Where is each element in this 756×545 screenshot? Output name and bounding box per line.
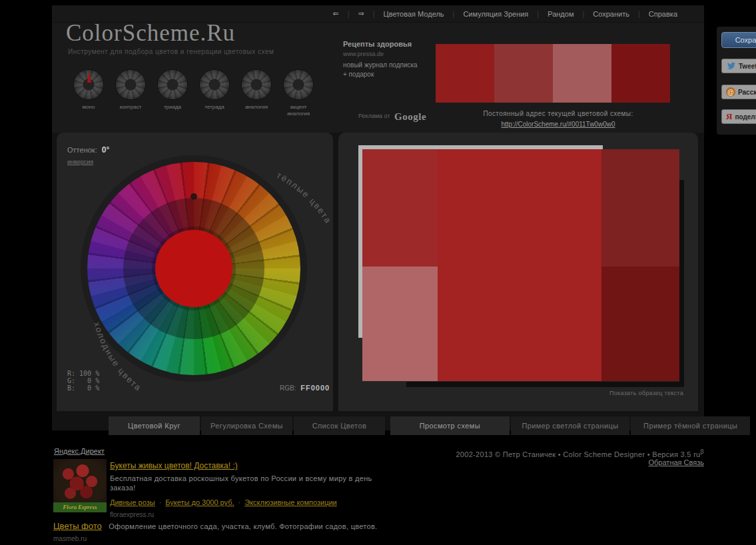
mode-label: тетрада	[204, 104, 224, 111]
preview-block-top-right	[601, 149, 679, 267]
copyright-line: 2002-2013 © Петр Станичек • Color Scheme…	[456, 448, 704, 458]
google-ad-block[interactable]: Рецепты здоровья www.pressa.de новый жур…	[343, 40, 430, 80]
left-tab-bar: Цветовой Круг Регулировка Схемы Список Ц…	[109, 416, 385, 435]
nav-separator: |	[537, 10, 539, 18]
ad1-sitelink-1[interactable]: Дивные розы	[110, 498, 155, 506]
hue-marker-handle[interactable]	[190, 193, 197, 200]
mode-label: акцент аналогия	[278, 104, 318, 117]
tweet-button[interactable]: Tweet	[721, 59, 756, 73]
tab-color-wheel[interactable]: Цветовой Круг	[109, 416, 200, 435]
tab-dark-page-example[interactable]: Пример тёмной страницы	[631, 416, 750, 435]
yandex-ad-1: Букеты живых цветов! Доставка! :) Беспла…	[110, 459, 403, 518]
nav-item-vision-simulation[interactable]: Симуляция Зрения	[463, 10, 528, 18]
sitelink-separator: ·	[238, 498, 241, 506]
save-button-label: Сохранить	[735, 36, 756, 44]
color-wheel: тёплые цвета холодные цвета	[81, 155, 307, 382]
mono-wheel-icon	[73, 69, 104, 100]
nav-forward-button[interactable]: ⇒	[358, 9, 364, 18]
yandex-ad-2: Цветы фото Оформление цветочного сада, у…	[53, 520, 520, 542]
scheme-swatch-1[interactable]	[436, 44, 494, 103]
site-logo[interactable]: ColorScheme.Ru	[66, 20, 235, 47]
ad1-title-link[interactable]: Букеты живых цветов! Доставка! :)	[110, 461, 238, 470]
mailru-button-label: Рассказать	[738, 89, 756, 96]
rgb-hex-value: FF0000	[300, 384, 330, 392]
mode-analogic[interactable]: аналогия	[236, 69, 276, 117]
ad-line: новый журнал подписка	[343, 61, 430, 69]
permalink-url[interactable]: http://ColorScheme.ru/#0011Tw0w0w0	[501, 121, 615, 128]
scheme-swatch-3[interactable]	[553, 44, 611, 103]
ads-by-google: Реклама от Google	[358, 111, 426, 123]
mode-triad[interactable]: триада	[153, 69, 192, 117]
tetrad-wheel-icon	[199, 69, 230, 100]
rgb-label: RGB:	[280, 384, 296, 392]
nav-item-color-model[interactable]: Цветовая Модель	[384, 10, 444, 18]
mode-label: триада	[164, 104, 181, 111]
main-window: ⇐ | ⇒ | Цветовая Модель | Симуляция Зрен…	[52, 5, 704, 430]
tab-light-page-example[interactable]: Пример светлой страницы	[511, 416, 630, 435]
twitter-bird-icon	[726, 61, 736, 71]
nav-separator: |	[348, 10, 350, 18]
ad2-body: Оформление цветочного сада, участка, клу…	[109, 522, 377, 530]
ad2-title-link[interactable]: Цветы фото	[53, 521, 102, 531]
beta-mark: β	[701, 448, 704, 455]
tab-scheme-preview[interactable]: Просмотр схемы	[390, 416, 510, 435]
nav-item-random[interactable]: Рандом	[548, 10, 573, 18]
flora-express-logo: Flora Express	[53, 502, 107, 512]
mode-tetrad[interactable]: тетрада	[194, 69, 234, 117]
ad1-sitelink-2[interactable]: Букеты до 3000 руб.	[165, 498, 234, 506]
rgb-percentages: R: 100 % G: 0 % B: 0 %	[67, 370, 99, 392]
triad-wheel-icon	[157, 69, 188, 100]
preview-block-bottom-right	[601, 267, 679, 381]
mode-contrast[interactable]: контраст	[111, 69, 151, 117]
feedback-link[interactable]: Обратная Связь	[649, 458, 705, 466]
hue-value: 0°	[102, 145, 109, 155]
nav-item-save[interactable]: Сохранить	[593, 10, 629, 18]
hue-display: Оттенок: 0°	[67, 145, 109, 155]
tab-color-list[interactable]: Список Цветов	[294, 416, 385, 435]
permalink-label: Постоянный адрес текущей цветовой схемы:	[425, 110, 691, 117]
header-area: ⇐ | ⇒ | Цветовая Модель | Симуляция Зрен…	[52, 5, 704, 133]
nav-item-help[interactable]: Справка	[649, 10, 677, 18]
mailru-at-icon: @	[726, 87, 735, 97]
ad-title[interactable]: Рецепты здоровья	[343, 40, 430, 48]
yandex-share-button[interactable]: Я поделиться	[721, 109, 756, 124]
site-tagline: Инструмент для подбора цветов и генераци…	[68, 48, 274, 55]
scheme-swatch-4[interactable]	[611, 44, 670, 103]
sitelink-separator: ·	[159, 498, 162, 506]
ad1-sitelink-3[interactable]: Эксклюзивные композиции	[244, 498, 336, 506]
yandex-direct-link[interactable]: Яндекс.Директ	[54, 447, 105, 455]
mode-accent-analogic[interactable]: акцент аналогия	[278, 69, 318, 117]
mode-label: аналогия	[245, 104, 268, 111]
vk-save-button[interactable]: Сохранить	[721, 32, 756, 48]
nav-back-button[interactable]: ⇐	[332, 9, 338, 18]
tweet-button-label: Tweet	[739, 63, 756, 70]
yandex-button-label: поделиться	[735, 113, 756, 121]
nav-separator: |	[582, 10, 584, 18]
invert-link[interactable]: инверсия	[67, 159, 93, 165]
mode-label: контраст	[120, 104, 142, 111]
ad-line: + подарок	[343, 71, 430, 78]
tab-adjust-scheme[interactable]: Регулировка Схемы	[201, 416, 292, 435]
scheme-mode-row: моно контраст триада тетрада аналогия	[69, 69, 318, 117]
ad1-body: Бесплатная доставка роскошных букетов по…	[110, 474, 396, 492]
accent-analogic-wheel-icon	[283, 69, 314, 100]
ads-by-label: Реклама от	[358, 113, 390, 119]
ad-flower-image[interactable]: Flora Express	[53, 459, 107, 512]
mailru-share-button[interactable]: @ Рассказать	[721, 85, 756, 99]
page: ⇐ | ⇒ | Цветовая Модель | Симуляция Зрен…	[0, 0, 756, 545]
ad-url: www.pressa.de	[343, 51, 430, 57]
preview-block-bottom-left	[362, 267, 438, 381]
mode-label: моно	[83, 104, 95, 111]
dark-page-bottom-edge	[406, 382, 684, 387]
share-buttons-panel: Сохранить Tweet @ Рассказать Я поделитьс…	[717, 27, 756, 135]
mode-mono[interactable]: моно	[69, 69, 109, 117]
ad1-sitelinks: Дивные розы·Букеты до 3000 руб.·Эксклюзи…	[110, 498, 403, 506]
google-logo[interactable]: Google	[394, 111, 426, 122]
selected-color-disc	[155, 230, 232, 307]
scheme-swatch-2[interactable]	[494, 44, 553, 103]
scheme-swatches	[436, 44, 670, 103]
show-sample-text-link[interactable]: Показать образец текста	[609, 390, 683, 396]
scheme-preview-panel: Показать образец текста	[338, 133, 698, 411]
ad2-domain: masmeb.ru	[53, 535, 520, 542]
nav-separator: |	[453, 10, 455, 18]
